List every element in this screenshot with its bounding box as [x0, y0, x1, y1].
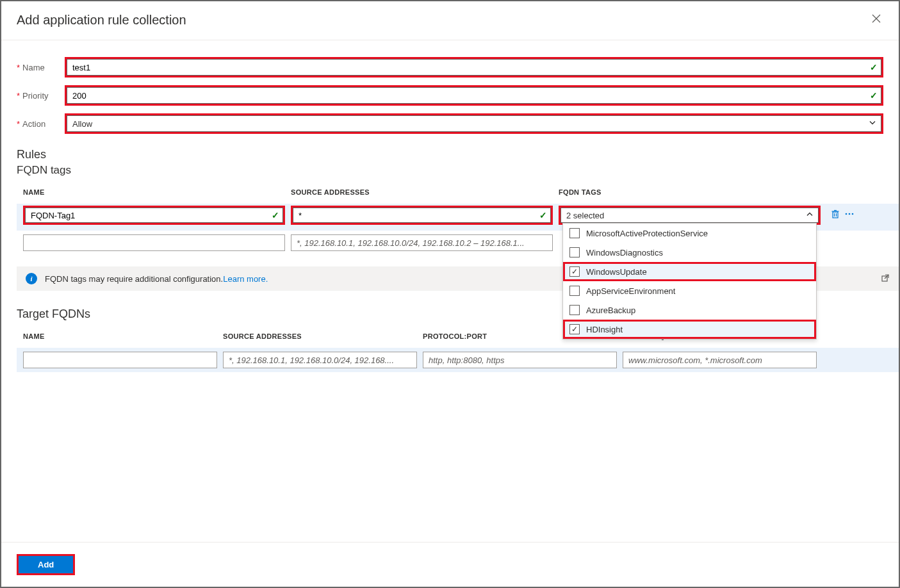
svg-point-9	[852, 213, 854, 215]
dropdown-option-label: HDInsight	[586, 325, 623, 334]
target-name-input[interactable]	[23, 352, 217, 368]
dropdown-option[interactable]: MicrosoftActiveProtectionService	[563, 224, 816, 243]
svg-line-11	[885, 275, 888, 279]
check-icon: ✓	[870, 62, 878, 72]
check-icon: ✓	[870, 90, 878, 101]
close-icon[interactable]	[869, 12, 883, 28]
external-link-icon[interactable]	[881, 274, 890, 284]
page-title: Add application rule collection	[17, 13, 186, 28]
info-text: FQDN tags may require additional configu…	[45, 274, 223, 284]
col-source: SOURCE ADDRESSES	[223, 332, 423, 340]
fqdn-tags-dropdown[interactable]: 2 selected	[560, 208, 819, 223]
checkbox-icon	[569, 305, 580, 315]
target-source-input[interactable]	[223, 352, 417, 368]
dropdown-option-label: WindowsDiagnostics	[586, 248, 663, 257]
dropdown-option-label: WindowsUpdate	[586, 267, 647, 277]
svg-point-7	[846, 213, 847, 215]
svg-rect-2	[833, 212, 838, 218]
checkbox-icon	[569, 247, 580, 257]
action-select[interactable]: Allow	[67, 115, 881, 132]
fqdn-name-input[interactable]	[25, 208, 283, 223]
info-icon: i	[26, 273, 37, 284]
dropdown-option-label: AppServiceEnvironment	[586, 286, 675, 296]
checkbox-icon: ✓	[569, 266, 580, 277]
trash-icon[interactable]	[830, 209, 840, 222]
name-label: *Name	[17, 63, 65, 72]
check-icon: ✓	[539, 210, 547, 220]
checkbox-icon	[569, 286, 580, 296]
add-button[interactable]: Add	[19, 556, 73, 573]
priority-input[interactable]	[67, 87, 881, 104]
dropdown-option[interactable]: AppServiceEnvironment	[563, 281, 816, 300]
learn-more-link[interactable]: Learn more.	[223, 274, 268, 284]
target-fqdn-input[interactable]	[623, 352, 817, 368]
fqdn-tags-heading: FQDN tags	[17, 164, 883, 177]
dropdown-option[interactable]: AzureBackup	[563, 300, 816, 320]
checkbox-icon: ✓	[569, 324, 580, 334]
rules-heading: Rules	[17, 148, 883, 161]
col-source: SOURCE ADDRESSES	[291, 188, 559, 196]
checkbox-icon	[569, 228, 580, 238]
fqdn-source-input-2[interactable]	[291, 234, 553, 251]
fqdn-name-input-2[interactable]	[23, 234, 285, 251]
target-protocol-input[interactable]	[423, 352, 617, 368]
dropdown-option[interactable]: ✓HDInsight	[563, 320, 816, 339]
table-row: ✓ ✓ 2 selected MicrosoftActiveProtection…	[23, 206, 890, 225]
check-icon: ✓	[272, 210, 279, 220]
col-tags: FQDN TAGS	[559, 188, 826, 196]
col-name: NAME	[23, 332, 223, 340]
priority-label: *Priority	[17, 91, 65, 101]
dropdown-option-label: MicrosoftActiveProtectionService	[586, 229, 708, 238]
col-name: NAME	[23, 188, 291, 196]
dropdown-option[interactable]: ✓WindowsUpdate	[563, 262, 816, 281]
fqdn-source-input[interactable]	[293, 208, 551, 223]
svg-point-8	[849, 213, 851, 215]
table-row	[23, 352, 890, 368]
name-input[interactable]	[67, 59, 881, 76]
action-label: *Action	[17, 119, 65, 129]
dropdown-option-label: AzureBackup	[586, 306, 635, 315]
more-icon[interactable]	[844, 209, 855, 222]
fqdn-tags-dropdown-menu: MicrosoftActiveProtectionServiceWindowsD…	[562, 223, 817, 339]
dropdown-option[interactable]: WindowsDiagnostics	[563, 243, 816, 262]
